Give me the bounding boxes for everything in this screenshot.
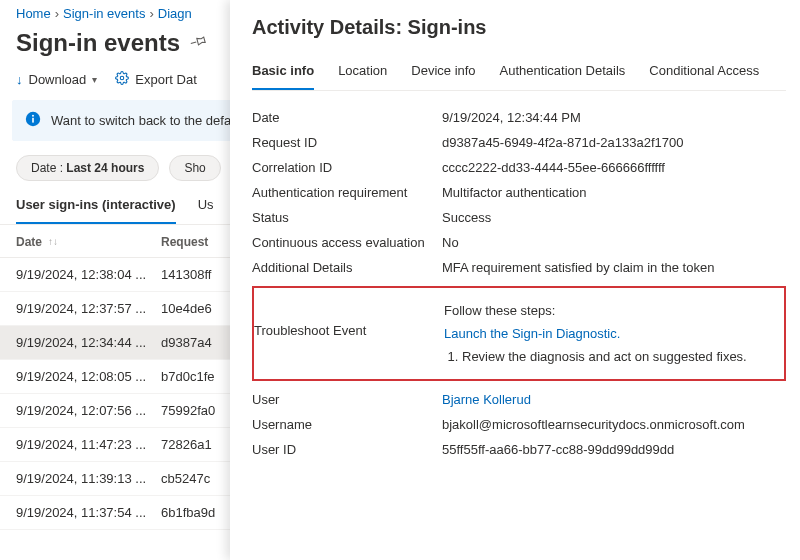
export-button[interactable]: Export Dat [115,71,196,88]
troubleshoot-highlight: Troubleshoot Event Follow these steps: L… [252,286,786,381]
label-user-id: User ID [252,442,442,457]
tab-basic-info[interactable]: Basic info [252,55,314,90]
svg-point-3 [32,115,34,117]
cell-date: 9/19/2024, 12:07:56 ... [16,403,161,418]
value-auth-requirement: Multifactor authentication [442,185,786,200]
svg-point-0 [121,76,125,80]
filter-other-pill[interactable]: Sho [169,155,220,181]
value-cae: No [442,235,786,250]
breadcrumb-home[interactable]: Home [16,6,51,21]
breadcrumb-signin-events[interactable]: Sign-in events [63,6,145,21]
value-username: bjakoll@microsoftlearnsecuritydocs.onmic… [442,417,786,432]
troubleshoot-intro: Follow these steps: [444,303,776,318]
label-username: Username [252,417,442,432]
tab-interactive[interactable]: User sign-ins (interactive) [16,189,176,224]
label-user: User [252,392,442,407]
label-status: Status [252,210,442,225]
cell-date: 9/19/2024, 12:38:04 ... [16,267,161,282]
cell-date: 9/19/2024, 11:47:23 ... [16,437,161,452]
user-link[interactable]: Bjarne Kollerud [442,392,531,407]
filter-date-pill[interactable]: Date : Last 24 hours [16,155,159,181]
gear-icon [115,71,129,88]
details-panel: Activity Details: Sign-ins Basic info Lo… [230,0,800,560]
cell-date: 9/19/2024, 11:37:54 ... [16,505,161,520]
label-cae: Continuous access evaluation [252,235,442,250]
tab-other[interactable]: Us [198,189,214,224]
chevron-right-icon: › [149,6,153,21]
pin-icon[interactable] [186,30,210,55]
value-status: Success [442,210,786,225]
label-request-id: Request ID [252,135,442,150]
cell-date: 9/19/2024, 11:39:13 ... [16,471,161,486]
cell-date: 9/19/2024, 12:34:44 ... [16,335,161,350]
tab-device-info[interactable]: Device info [411,55,475,90]
cell-date: 9/19/2024, 12:08:05 ... [16,369,161,384]
chevron-right-icon: › [55,6,59,21]
download-button[interactable]: ↓Download ▾ [16,72,97,87]
label-troubleshoot: Troubleshoot Event [254,303,444,338]
column-header-date[interactable]: Date [16,235,42,249]
tab-conditional-access[interactable]: Conditional Access [649,55,759,90]
label-auth-requirement: Authentication requirement [252,185,442,200]
sort-icon[interactable]: ↑↓ [48,238,58,246]
breadcrumb-diagnose[interactable]: Diagn [158,6,192,21]
info-banner-text: Want to switch back to the defa [51,113,231,128]
svg-rect-2 [32,118,34,123]
value-date: 9/19/2024, 12:34:44 PM [442,110,786,125]
label-date: Date [252,110,442,125]
label-correlation-id: Correlation ID [252,160,442,175]
info-icon [25,111,41,130]
launch-diagnostic-link[interactable]: Launch the Sign-in Diagnostic. [444,326,620,341]
troubleshoot-step: Review the diagnosis and act on suggeste… [462,349,776,364]
value-additional-details: MFA requirement satisfied by claim in th… [442,260,786,275]
value-correlation-id: cccc2222-dd33-4444-55ee-666666ffffff [442,160,786,175]
cell-date: 9/19/2024, 12:37:57 ... [16,301,161,316]
tab-auth-details[interactable]: Authentication Details [500,55,626,90]
panel-title: Activity Details: Sign-ins [252,16,786,39]
tab-location[interactable]: Location [338,55,387,90]
chevron-down-icon: ▾ [92,74,97,85]
value-user-id: 55ff55ff-aa66-bb77-cc88-99dd99dd99dd [442,442,786,457]
page-title: Sign-in events [16,29,180,57]
download-icon: ↓ [16,72,23,87]
value-request-id: d9387a45-6949-4f2a-871d-2a133a2f1700 [442,135,786,150]
label-additional-details: Additional Details [252,260,442,275]
